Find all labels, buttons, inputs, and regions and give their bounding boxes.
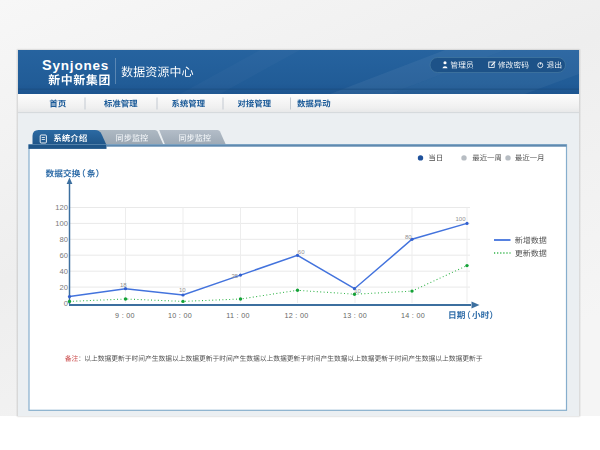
svg-text:0: 0 bbox=[64, 299, 68, 308]
svg-text:Synjones: Synjones bbox=[42, 57, 109, 73]
svg-text:18: 18 bbox=[120, 282, 127, 288]
svg-text:100: 100 bbox=[55, 219, 68, 228]
svg-text:100: 100 bbox=[456, 216, 467, 222]
svg-text:60: 60 bbox=[298, 249, 305, 255]
svg-text:10 : 00: 10 : 00 bbox=[168, 311, 192, 320]
svg-text:11 : 00: 11 : 00 bbox=[226, 311, 250, 320]
svg-text:10: 10 bbox=[179, 287, 186, 293]
svg-text:40: 40 bbox=[60, 267, 68, 276]
svg-text:14 : 00: 14 : 00 bbox=[401, 311, 425, 320]
svg-text:120: 120 bbox=[55, 203, 68, 212]
svg-text:60: 60 bbox=[60, 251, 68, 260]
svg-text:12 : 00: 12 : 00 bbox=[284, 311, 308, 320]
svg-text:13 : 00: 13 : 00 bbox=[343, 311, 367, 320]
svg-text:9 : 00: 9 : 00 bbox=[115, 311, 135, 320]
svg-text:35: 35 bbox=[232, 273, 239, 279]
svg-text:10: 10 bbox=[354, 288, 361, 294]
svg-text:80: 80 bbox=[405, 234, 412, 240]
svg-text:20: 20 bbox=[60, 283, 68, 292]
svg-text:80: 80 bbox=[60, 235, 68, 244]
